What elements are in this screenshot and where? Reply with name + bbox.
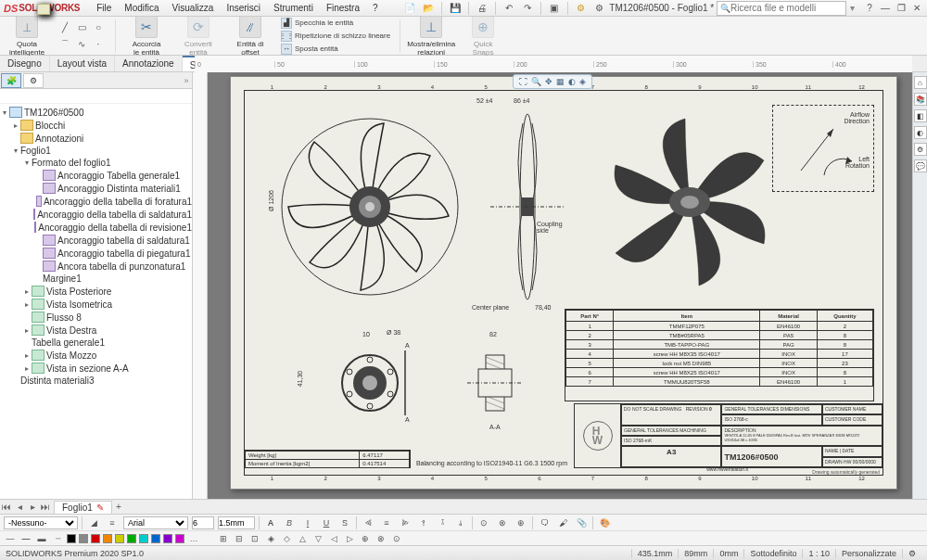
italic-icon[interactable]: B [282,516,297,529]
snap7-icon[interactable]: ▽ [311,533,324,544]
tree-anchor[interactable]: Ancoraggio della tabella di revisione1 [0,221,192,234]
menu-help[interactable]: ? [367,1,384,15]
tree-view[interactable]: ▸Vista Mozzo [0,349,192,362]
view-section-aa[interactable]: 82 A-A [467,337,523,429]
move-button[interactable]: ↔Sposta entità [281,44,390,55]
line-thick-icon[interactable]: ▬ [35,533,48,544]
line-color-icon[interactable]: ◢ [86,516,101,529]
status-custom[interactable]: Personalizzate [835,549,902,558]
color-magenta[interactable] [175,534,184,543]
color-cyan[interactable] [139,534,148,543]
menu-modifica[interactable]: Modifica [119,1,164,15]
snap9-icon[interactable]: ▷ [343,533,356,544]
menu-inserisci[interactable]: Inserisci [221,1,266,15]
color-green[interactable] [127,534,136,543]
search-input[interactable] [730,3,843,13]
print-icon[interactable]: 🖨 [475,1,489,16]
menu-finestra[interactable]: Finestra [321,1,365,15]
new-icon[interactable]: 📄 [402,1,417,16]
font-select[interactable]: Arial [123,516,188,529]
view-hub-front[interactable]: A A 41,30 10 Ø 38 [324,337,416,429]
panel-close-icon[interactable]: » [181,76,192,85]
tree-view[interactable]: ▸Vista Destra [0,324,192,337]
status-scale[interactable]: 1 : 10 [802,549,835,558]
undo-icon[interactable]: ↶ [502,1,516,16]
circle-icon[interactable]: ○ [91,20,106,35]
tree-anchor[interactable]: Ancoraggio tabella di saldatura1 [0,234,192,247]
save-icon[interactable]: 💾 [448,1,463,16]
tree-annotazioni[interactable]: Annotazioni [0,132,192,145]
accorcia-button[interactable]: ✂ Accorcia le entità [125,16,168,57]
snap4-icon[interactable]: ◈ [264,533,277,544]
paint-icon[interactable]: 🖌 [555,516,570,529]
align-bot-icon[interactable]: ⫰ [453,516,468,529]
tree-anchor[interactable]: Ancoraggio della tabella di saldatura1 [0,208,192,221]
annotate3-icon[interactable]: ⊕ [514,516,528,529]
tree-anchor[interactable]: Ancoraggio della tabella di foratura1 [0,195,192,208]
line-icon[interactable]: ╱ [57,20,72,35]
section-icon[interactable]: ▦ [556,77,565,86]
snap5-icon[interactable]: ◇ [280,533,293,544]
annotate2-icon[interactable]: ⊗ [495,516,510,529]
arc-icon[interactable]: ⌒ [57,37,72,52]
view-fan-side[interactable]: 52 ±4 86 ±4 Coupling side Center plane 7… [490,105,565,309]
table-row[interactable]: 5lock nut M5 DIN985INOX23 [566,359,873,368]
more-colors-icon[interactable]: … [187,533,200,544]
tree-root[interactable]: ▾TM1206#0500 [0,106,192,119]
converti-button[interactable]: ⟳ Converti entità [177,16,220,57]
search-dropdown-icon[interactable]: ▾ [846,3,857,13]
tree-margine[interactable]: Margine1 [0,273,192,285]
fontsize-input[interactable] [192,516,214,529]
tree-anchor[interactable]: Ancora tabella di punzonatura1 [0,260,192,273]
taskpane-lib-icon[interactable]: 📚 [914,93,927,106]
rect-icon[interactable]: ▭ [74,20,89,35]
drawing-canvas[interactable]: ⛶ 🔍 ✥ ▦ ◐ ◈ /* populated at end */ [193,72,912,499]
sheet-next-icon[interactable]: ▸ [26,502,39,512]
color-blue[interactable] [151,534,160,543]
color-yellow[interactable] [115,534,124,543]
layer-select[interactable]: -Nessuno- [4,516,78,529]
redo-icon[interactable]: ↷ [520,1,535,16]
status-gear-icon[interactable]: ⚙ [902,549,921,558]
spline-icon[interactable]: ∿ [74,37,89,52]
tree-blocchi[interactable]: ▸Blocchi [0,119,192,132]
strike-icon[interactable]: S [337,516,352,529]
offset-button[interactable]: ⫽ Entità di offset [229,16,272,57]
display-style-icon[interactable]: ◐ [568,77,576,86]
table-row[interactable]: 4screw HH M8X35 ISO4017INOX17 [566,350,873,359]
zoom-area-icon[interactable]: 🔍 [531,77,541,86]
select-icon[interactable]: ▣ [547,1,562,16]
open-icon[interactable]: 📂 [421,1,436,16]
rebuild-icon[interactable]: ⚙ [574,1,589,16]
clip-icon[interactable]: 📎 [574,516,589,529]
taskpane-forum-icon[interactable]: 💬 [914,159,927,172]
underline2-icon[interactable]: U [319,516,334,529]
bom-table[interactable]: Part N° Item Material Quantity 1TMMF12P0… [565,309,874,401]
tree-formato[interactable]: ▾Formato del foglio1 [0,157,192,169]
relazioni-button[interactable]: ⊥ Mostra/elimina relazioni [410,16,452,57]
quota-button[interactable]: ⟂ Quota intelligente [6,16,48,57]
snap11-icon[interactable]: ⊗ [375,533,387,544]
tree-table[interactable]: Tabella generale1 [0,337,192,349]
table-row[interactable]: 7TMMUU820T5F58EN461001 [566,377,873,387]
taskpane-custom-icon[interactable]: ⚙ [914,143,927,156]
snap8-icon[interactable]: ◁ [327,533,340,544]
line-med-icon[interactable]: — [19,533,32,544]
snaps-button[interactable]: ⊕ Quick Snaps [462,16,504,57]
tree-anchor[interactable]: Ancoraggio Distinta materiali1 [0,182,192,195]
taskpane-appear-icon[interactable]: ◐ [914,126,927,139]
feature-tree[interactable]: ▾TM1206#0500 ▸Blocchi Annotazioni ▾Fogli… [0,104,192,499]
menu-file[interactable]: File [91,1,117,15]
tree-view[interactable]: Flusso 8 [0,311,192,324]
line-dash-icon[interactable]: ┄ [51,533,64,544]
tab-annotazione[interactable]: Annotazione [115,56,183,71]
mirror-button[interactable]: ▟Specchia le entità [281,18,390,29]
options-icon[interactable]: ⚙ [592,1,607,16]
snap1-icon[interactable]: ⊞ [217,533,230,544]
minimize-icon[interactable]: — [879,2,892,15]
pan-icon[interactable]: ✥ [545,77,552,86]
line-thin-icon[interactable]: — [4,533,17,544]
drawing-sheet[interactable]: /* populated at end */ [230,76,897,490]
linewidth-input[interactable] [218,516,255,529]
line-style-icon[interactable]: ≡ [105,516,120,529]
